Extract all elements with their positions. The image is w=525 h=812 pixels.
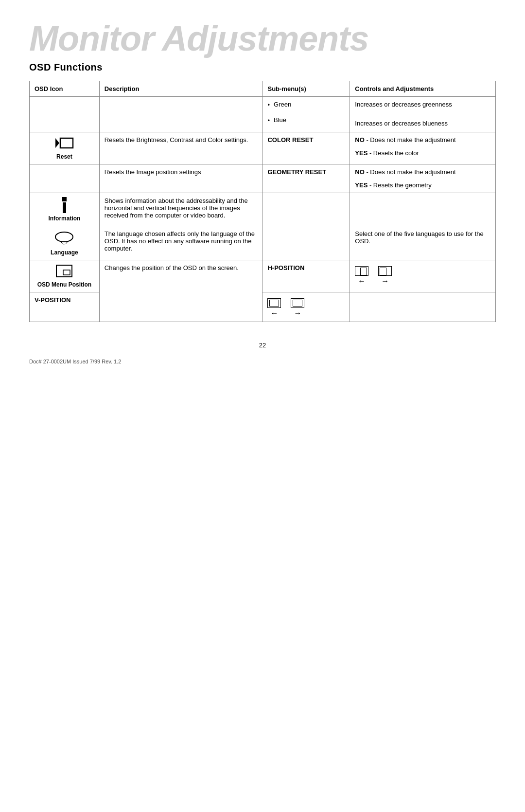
ctrl-yes-geo: YES - Resets the geometry	[355, 181, 490, 189]
submenu-geometry: GEOMETRY RESET	[262, 164, 350, 193]
svg-rect-4	[63, 270, 70, 275]
reset-icon	[54, 136, 74, 151]
icon-cell-osd-menu: OSD Menu Position	[30, 260, 100, 292]
left-arrow: ←	[358, 277, 366, 286]
table-row-reset: Reset Resets the Brightness, Contrast an…	[30, 132, 496, 164]
page-number: 22	[29, 342, 496, 349]
desc-language: The language chosen affects only the lan…	[99, 226, 262, 260]
header-description: Description	[99, 81, 262, 97]
svg-point-2	[55, 232, 73, 242]
h-pos-right-icon	[378, 266, 392, 276]
v-pos-down-wrap: →	[291, 298, 304, 318]
icon-cell-language: Language	[30, 226, 100, 260]
h-pos-left-icon	[355, 266, 368, 276]
yes-label: YES	[355, 149, 368, 157]
icon-cell-empty	[30, 97, 100, 132]
blue-ctrl-text: Increases or decreases blueness	[355, 120, 490, 127]
table-row-geometry: Resets the Image position settings GEOME…	[30, 164, 496, 193]
submenu-h-position: H-POSITION	[262, 260, 350, 292]
h-pos-left-wrap: ←	[355, 266, 368, 286]
no-label-geo: NO	[355, 168, 365, 176]
yes-label-geo: YES	[355, 181, 368, 189]
v-pos-down-icon	[291, 298, 304, 308]
icon-cell-information: Information	[30, 193, 100, 226]
green-ctrl-text: Increases or decreases greenness	[355, 101, 490, 108]
ctrl-no-color: NO - Does not make the adjustment	[355, 136, 490, 144]
icon-cell-reset: Reset	[30, 132, 100, 164]
v-pos-up-wrap: ←	[267, 298, 281, 318]
green-label: Green	[274, 101, 291, 108]
desc-cell-empty	[99, 97, 262, 132]
bullet-dot: •	[267, 101, 270, 108]
blue-label: Blue	[274, 116, 286, 124]
information-icon-label: Information	[35, 215, 94, 222]
controls-h-position: ← →	[350, 260, 496, 292]
desc-reset: Resets the Brightness, Contrast and Colo…	[99, 132, 262, 164]
ctrl-yes-color: YES - Resets the color	[355, 149, 490, 157]
controls-reset: NO - Does not make the adjustment YES - …	[350, 132, 496, 164]
h-pos-right-wrap: →	[378, 266, 392, 286]
table-row-language: Language The language chosen affects onl…	[30, 226, 496, 260]
table-row-information: Information Shows information about the …	[30, 193, 496, 226]
header-controls: Controls and Adjustments	[350, 81, 496, 97]
v-right-arrow: →	[294, 309, 301, 318]
yes-text-geo: - Resets the geometry	[368, 181, 432, 189]
v-pos-up-icon	[267, 298, 281, 308]
osd-menu-icon	[55, 272, 73, 279]
v-left-arrow: ←	[270, 309, 278, 318]
yes-text: - Resets the color	[368, 149, 419, 157]
header-icon: OSD Icon	[30, 81, 100, 97]
ctrl-no-geo: NO - Does not make the adjustment	[355, 168, 490, 176]
language-icon	[53, 230, 75, 247]
page-title: Monitor Adjustments	[29, 19, 496, 58]
reset-icon-label: Reset	[35, 153, 94, 160]
submenu-geometry-reset: GEOMETRY RESET	[267, 168, 326, 176]
submenu-reset: COLOR RESET	[262, 132, 350, 164]
no-text-geo: - Does not make the adjustment	[365, 168, 456, 176]
controls-information	[350, 193, 496, 226]
submenu-v-position: V-POSITION	[30, 292, 100, 322]
submenu-information	[262, 193, 350, 226]
controls-language: Select one of the five languages to use …	[350, 226, 496, 260]
desc-geometry: Resets the Image position settings	[99, 164, 262, 193]
v-position-label: V-POSITION	[35, 296, 70, 304]
icon-cell-geometry	[30, 164, 100, 193]
info-icon-rect	[62, 197, 67, 201]
footer-text: Doc# 27-0002UM Issued 7/99 Rev. 1.2	[29, 359, 496, 364]
language-icon-label: Language	[35, 249, 94, 256]
no-text: - Does not make the adjustment	[365, 136, 456, 144]
svg-marker-0	[55, 138, 59, 148]
controls-green-blue: Increases or decreases greenness Increas…	[350, 97, 496, 132]
h-position-label: H-POSITION	[267, 264, 304, 271]
submenu-green-blue: • Green • Blue	[262, 97, 350, 132]
desc-information: Shows information about the addressabili…	[99, 193, 262, 226]
osd-functions-table: OSD Icon Description Sub-menu(s) Control…	[29, 81, 496, 322]
table-row-osd-position: OSD Menu Position Changes the position o…	[30, 260, 496, 292]
desc-osd-menu: Changes the position of the OSD on the s…	[99, 260, 262, 322]
controls-geometry: NO - Does not make the adjustment YES - …	[350, 164, 496, 193]
bullet-dot-2: •	[267, 117, 270, 124]
header-submenu: Sub-menu(s)	[262, 81, 350, 97]
osd-menu-icon-label: OSD Menu Position	[35, 281, 94, 288]
v-position-icons: ← →	[267, 298, 345, 318]
no-label: NO	[355, 136, 365, 144]
info-icon-bar	[63, 202, 66, 213]
table-row: • Green • Blue Increases or decreases gr…	[30, 97, 496, 132]
submenu-color-reset: COLOR RESET	[267, 136, 313, 144]
section-title: OSD Functions	[29, 62, 496, 73]
svg-rect-1	[60, 138, 73, 148]
submenu-language	[262, 226, 350, 260]
right-arrow: →	[381, 277, 389, 286]
h-position-icons: ← →	[355, 266, 490, 286]
controls-v-position: ← →	[262, 292, 350, 322]
